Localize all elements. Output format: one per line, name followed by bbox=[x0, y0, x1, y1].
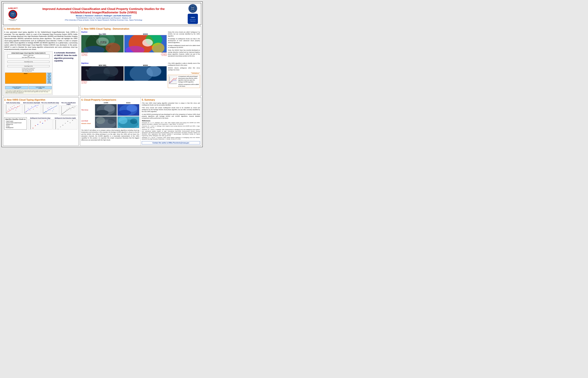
low-cloud-label: Low Cloud bbox=[81, 120, 94, 122]
nighttime-viirs-image: LowCloud bbox=[81, 66, 124, 81]
algo-item-2: Supercooled water/mixed bbox=[6, 122, 26, 123]
annotation-thicker-cirrus: Thicker CirrusOverlappingLower Cloud bbox=[81, 52, 88, 56]
diagram-title: Global Multi-imager Cloud Algorithm Test… bbox=[5, 52, 52, 54]
thin-cirrus-label bbox=[81, 102, 94, 104]
svg-point-32 bbox=[147, 66, 161, 77]
affiliation1: *NOAA/NESDIS Center for Satellite Applic… bbox=[23, 17, 184, 19]
contact-bar[interactable]: Contact the author at Mike.Pavolonis@noa… bbox=[142, 141, 200, 144]
summary-bullet1: •The new VIIRS cloud typing algorithm pr… bbox=[142, 102, 200, 106]
arrow2: ↓ bbox=[28, 63, 29, 65]
svg-point-55 bbox=[28, 108, 28, 108]
svg-point-50 bbox=[17, 106, 18, 107]
svg-point-73 bbox=[53, 110, 53, 111]
thin-cirrus-row-label: Thin Cirrus bbox=[81, 104, 94, 116]
low-volcanic-labels: Low Cloud Volcanic Cloud bbox=[81, 116, 94, 128]
svg-rect-75 bbox=[60, 106, 78, 115]
nighttime-label: Nighttime bbox=[81, 62, 167, 64]
intro-text: A new automated cloud typing algorithm f… bbox=[4, 31, 78, 50]
section-summary: 5. Summary •The new VIIRS cloud typing a… bbox=[141, 97, 201, 146]
svg-point-60 bbox=[37, 107, 37, 108]
svg-point-83 bbox=[69, 108, 70, 108]
chart3-label: Thin cirrus identification (day) bbox=[41, 102, 59, 104]
svg-point-68 bbox=[48, 109, 49, 109]
svg-point-117 bbox=[96, 117, 105, 124]
flow-gmcat: GMCAT bbox=[5, 73, 46, 84]
annotation-thin-cirrus-low: Thin CirrusOverlappingLow Cloud bbox=[161, 52, 167, 56]
section-cloud-props: 4. Cloud Property Comparisons AVHRR MODI… bbox=[80, 97, 141, 146]
arrow1: ↓ bbox=[28, 59, 29, 60]
flow-cloud-type: Cloud Type (0.1%) bbox=[7, 65, 49, 67]
annotation-low-cloud: LowCloud bbox=[86, 69, 89, 71]
svg-point-121 bbox=[119, 117, 127, 124]
svg-point-46 bbox=[14, 105, 14, 106]
modis-label2: MODIS bbox=[124, 65, 167, 66]
nighttime-modis-image bbox=[124, 66, 167, 81]
section2-title: 2. New VIIRS Cloud Typing Algorithm bbox=[4, 99, 78, 101]
chart2 bbox=[23, 104, 41, 114]
multilayered-charts: Multilayered cloud Detection (day) bbox=[28, 117, 78, 130]
svg-rect-51 bbox=[23, 104, 40, 114]
daytime-viirs-image: Single LayerThin Cirrus bbox=[81, 35, 124, 53]
svg-point-65 bbox=[45, 111, 46, 112]
bullet-d1: •Many thin cirrus clouds are called "amb… bbox=[168, 31, 200, 37]
svg-point-94 bbox=[42, 123, 43, 123]
svg-text:Space Science: Space Science bbox=[190, 19, 196, 20]
algo-item-3: Opaque Ice bbox=[6, 123, 26, 125]
cp-avhrr-thin bbox=[95, 104, 117, 116]
section-viirs-demo: 3. New VIIRS Cloud Typing - Demonstratio… bbox=[80, 26, 201, 96]
flow-note: N: total number of algorithmsUser-define… bbox=[22, 68, 35, 72]
cp-image-grid: Thin Cirrus bbox=[81, 104, 139, 128]
gmcat-diagram: Global Multi-imager Cloud Algorithm Test… bbox=[4, 52, 78, 95]
poster-id: A43B-0077 bbox=[8, 7, 18, 9]
chart3 bbox=[41, 104, 59, 114]
svg-point-71 bbox=[51, 106, 51, 107]
daytime-modis-image bbox=[124, 35, 167, 53]
svg-point-58 bbox=[33, 109, 34, 109]
svg-point-103 bbox=[65, 123, 66, 123]
authors: Michael J. Pavolonis*, Andrew K. Heiding… bbox=[23, 15, 184, 17]
cp-labels-row: AVHRR MODIS bbox=[81, 102, 139, 104]
new-viirs-label2: NEW VIIRS bbox=[81, 65, 124, 66]
svg-rect-10 bbox=[188, 14, 198, 24]
svg-point-40 bbox=[8, 109, 9, 109]
summary-bullet3: •A new MODIS processing tool was develop… bbox=[142, 113, 200, 119]
chart-1-container: Bulk cloud phase (day) bbox=[4, 102, 22, 116]
bullet-d3: •Certain multilayered clouds tend to be … bbox=[168, 44, 200, 48]
section-cloud-typing: 2. New VIIRS Cloud Typing Algorithm Bulk… bbox=[3, 97, 79, 146]
noaa2-logo: NOAA NESDIS bbox=[188, 4, 197, 13]
validation-label: "Validation" bbox=[168, 72, 200, 74]
bullet-d4: •Note, the MODIS Team has recently devel… bbox=[168, 49, 200, 57]
bullet-n1: •The VIIRS algorithm is able to identify… bbox=[168, 62, 200, 66]
svg-text:Engineering: Engineering bbox=[190, 21, 195, 22]
flow-cloud-od: Cloud OD (0.1%)Cloud Ref (0.1%)Cloud Top… bbox=[47, 73, 51, 84]
chart-3-container: Thin cirrus identification (day) bbox=[41, 102, 59, 116]
svg-point-86 bbox=[74, 108, 74, 109]
cp-modis-thin bbox=[117, 104, 139, 116]
bullets-nighttime: •The VIIRS algorithm is able to identify… bbox=[168, 62, 200, 88]
section4-title: 4. Cloud Property Comparisons bbox=[81, 99, 139, 101]
arrow3: ↓ bbox=[28, 84, 29, 86]
chart-2-container: Bulk cloud phase (day/night) bbox=[23, 102, 41, 116]
section3-title: 3. New VIIRS Cloud Typing - Demonstratio… bbox=[81, 27, 200, 30]
svg-point-90 bbox=[33, 128, 33, 128]
diagram-flow: MODIS or VIIRS DataandInput Options and … bbox=[5, 54, 52, 89]
modis-col-label: MODIS bbox=[124, 33, 167, 35]
avhrr-label: AVHRR bbox=[95, 102, 117, 104]
svg-point-43 bbox=[11, 108, 12, 108]
noaa-logo: NOAA NESDIS bbox=[8, 10, 17, 19]
svg-point-41 bbox=[9, 110, 10, 110]
section1-title: 1. Introduction bbox=[4, 27, 78, 30]
svg-point-70 bbox=[50, 110, 50, 110]
svg-point-49 bbox=[16, 108, 17, 108]
svg-text:NESDIS: NESDIS bbox=[12, 14, 14, 15]
reference1: •Pavolonis, M. J., A. K. Heidinger, and … bbox=[142, 122, 200, 125]
section-4-5-container: 4. Cloud Property Comparisons AVHRR MODI… bbox=[80, 97, 201, 146]
svg-text:NESDIS: NESDIS bbox=[191, 9, 194, 10]
nighttime-section: Nighttime NEW VIIRS MODIS bbox=[81, 62, 200, 88]
svg-point-85 bbox=[72, 107, 73, 107]
daytime-section: Daytime New VIIRS MODIS bbox=[81, 31, 200, 58]
svg-point-122 bbox=[130, 119, 137, 124]
cloud-typing-grid: Bulk cloud phase (day) bbox=[4, 102, 78, 116]
svg-point-48 bbox=[16, 110, 16, 110]
svg-point-95 bbox=[45, 121, 45, 121]
